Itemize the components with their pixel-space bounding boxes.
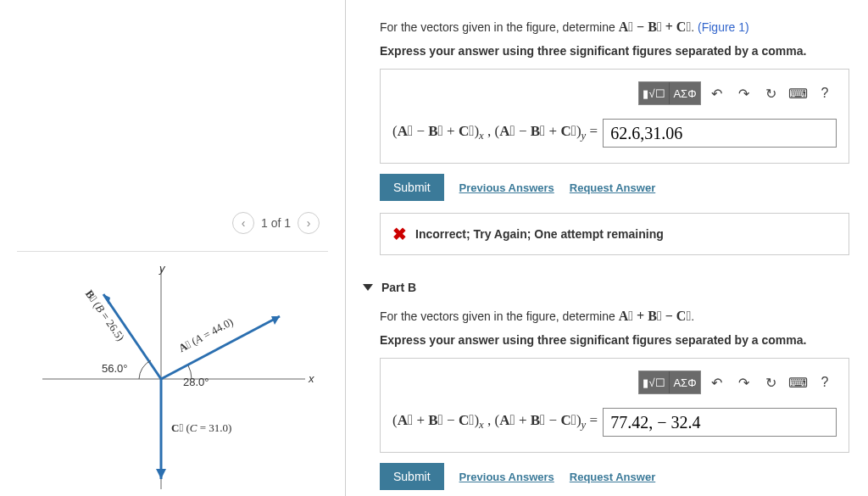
figure-1-link[interactable]: (Figure 1): [698, 20, 749, 34]
part-b-answer-box: ▮√☐ ΑΣΦ ↶ ↷ ↻ ⌨ ? (A⃗ + B⃗ − C⃗)x , (A⃗ …: [380, 358, 849, 453]
part-b-instruction: Express your answer using three signific…: [380, 332, 849, 349]
request-answer-link-b[interactable]: Request Answer: [570, 471, 655, 483]
figure-svg: [25, 260, 331, 496]
part-b-expression: A⃗ + B⃗ − C⃗: [619, 309, 692, 323]
undo-icon[interactable]: ↶: [704, 81, 728, 105]
pager-label: 1 of 1: [261, 216, 291, 230]
incorrect-icon: ✖: [392, 224, 407, 244]
template-button[interactable]: ▮√☐: [639, 82, 670, 104]
request-answer-link-a[interactable]: Request Answer: [570, 181, 655, 194]
part-b-eq-label: (A⃗ + B⃗ − C⃗)x , (A⃗ + B⃗ − C⃗)y =: [392, 412, 598, 432]
part-b-buttons: Submit Previous Answers Request Answer: [380, 463, 849, 490]
submit-button-b[interactable]: Submit: [380, 463, 444, 490]
undo-icon-b[interactable]: ↶: [704, 371, 728, 394]
angle-right-label: 28.0°: [183, 376, 209, 388]
part-a-answer-row: (A⃗ − B⃗ + C⃗)x , (A⃗ − B⃗ + C⃗)y =: [392, 119, 837, 148]
part-b-answer-row: (A⃗ + B⃗ − C⃗)x , (A⃗ + B⃗ − C⃗)y =: [392, 408, 837, 437]
keyboard-icon[interactable]: ⌨: [786, 81, 810, 105]
part-a-prompt: For the vectors given in the figure, det…: [380, 17, 849, 37]
prev-answers-link-b[interactable]: Previous Answers: [459, 471, 554, 483]
angle-left-label: 56.0°: [102, 362, 128, 375]
keyboard-icon-b[interactable]: ⌨: [786, 371, 810, 394]
vec-c-label: C⃗ (C = 31.0): [171, 421, 231, 435]
part-a-instruction: Express your answer using three signific…: [380, 42, 849, 60]
divider: [17, 251, 328, 252]
feedback-text: Incorrect; Try Again; One attempt remain…: [415, 227, 664, 241]
part-a-buttons: Submit Previous Answers Request Answer: [380, 174, 849, 201]
part-a-answer-box: ▮√☐ ΑΣΦ ↶ ↷ ↻ ⌨ ? (A⃗ − B⃗ + C⃗)x , (A⃗ …: [380, 69, 849, 164]
figure-panel: ‹ 1 of 1 › y x 56.0° 28.0° B⃗ (B = 26.5)…: [0, 0, 346, 496]
part-a-toolbar: ▮√☐ ΑΣΦ ↶ ↷ ↻ ⌨ ?: [392, 81, 837, 105]
help-icon[interactable]: ?: [813, 81, 837, 105]
greek-button[interactable]: ΑΣΦ: [670, 82, 700, 104]
template-button-b[interactable]: ▮√☐: [639, 371, 670, 393]
redo-icon[interactable]: ↷: [732, 81, 755, 105]
question-panel: For the vectors given in the figure, det…: [346, 0, 868, 496]
part-b-input[interactable]: [603, 408, 837, 437]
reset-icon[interactable]: ↻: [759, 81, 782, 105]
equation-toolbar-b: ▮√☐ ΑΣΦ: [638, 371, 701, 394]
equation-toolbar: ▮√☐ ΑΣΦ: [638, 81, 701, 105]
help-icon-b[interactable]: ?: [813, 371, 837, 394]
part-a-expression: A⃗ − B⃗ + C⃗: [619, 20, 692, 34]
prev-figure-button[interactable]: ‹: [232, 212, 254, 234]
part-a-input[interactable]: [603, 119, 837, 148]
redo-icon-b[interactable]: ↷: [732, 371, 755, 394]
y-axis-label: y: [159, 262, 165, 275]
svg-marker-7: [156, 469, 166, 479]
prev-answers-link-a[interactable]: Previous Answers: [459, 181, 554, 194]
part-b-title: Part B: [381, 281, 416, 294]
part-b-toolbar: ▮√☐ ΑΣΦ ↶ ↷ ↻ ⌨ ?: [392, 371, 837, 394]
part-a-feedback: ✖ Incorrect; Try Again; One attempt rema…: [380, 213, 849, 255]
next-figure-button[interactable]: ›: [298, 212, 320, 234]
part-b-prompt: For the vectors given in the figure, det…: [380, 306, 849, 326]
part-a-eq-label: (A⃗ − B⃗ + C⃗)x , (A⃗ − B⃗ + C⃗)y =: [392, 123, 598, 142]
vector-figure: y x 56.0° 28.0° B⃗ (B = 26.5) A⃗ (A = 44…: [25, 260, 331, 496]
part-b-header[interactable]: Part B: [363, 281, 849, 294]
greek-button-b[interactable]: ΑΣΦ: [670, 371, 700, 393]
caret-down-icon: [363, 284, 373, 291]
figure-pager: ‹ 1 of 1 ›: [17, 212, 328, 234]
submit-button-a[interactable]: Submit: [380, 174, 444, 201]
reset-icon-b[interactable]: ↻: [759, 371, 782, 394]
x-axis-label: x: [309, 372, 314, 385]
